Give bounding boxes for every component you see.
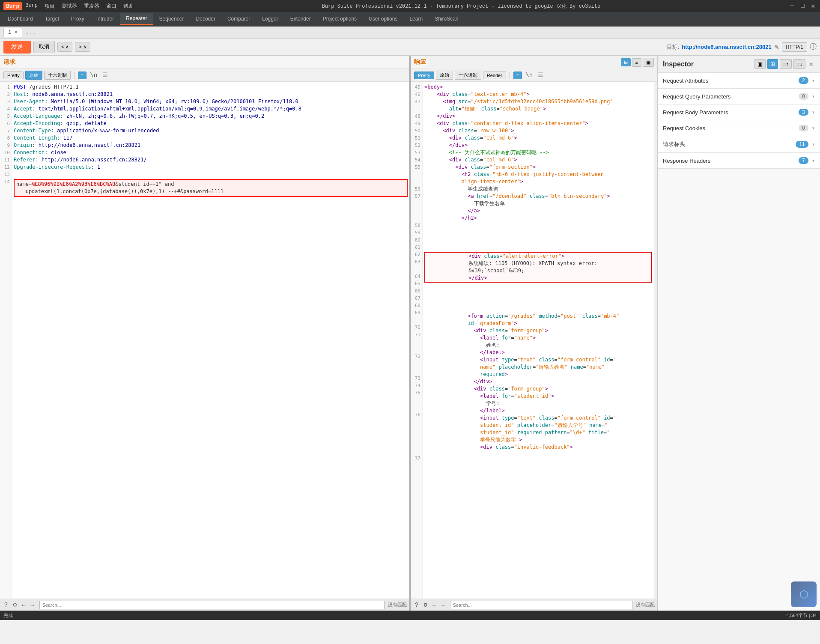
response-no-match-label: 没有匹配 xyxy=(636,602,655,608)
request-code-content[interactable]: POST /grades HTTP/1.1 Host: node6.anna.n… xyxy=(12,82,409,599)
req-line-14: name=%E8%96%9B%E6%A2%93%E6%BC%AB&student… xyxy=(14,179,408,197)
resp-line-67 xyxy=(424,298,652,305)
inspector-title: Inspector xyxy=(663,60,694,68)
cancel-button[interactable]: 取消 xyxy=(33,41,55,53)
response-code-area[interactable]: 454647 48495051 52535455 5657 58 5960616… xyxy=(411,82,657,599)
inspector-close-btn[interactable]: ✕ xyxy=(807,60,815,69)
tab-user-options[interactable]: User options xyxy=(363,13,403,24)
tab-intruder[interactable]: Intruder xyxy=(90,13,120,24)
help-icon[interactable]: ⓘ xyxy=(810,42,817,51)
inspector-row-request-attributes[interactable]: Request Attributes 2 ▾ xyxy=(658,73,820,89)
subtab-1[interactable]: 1 × xyxy=(3,28,22,37)
response-search-input[interactable] xyxy=(450,601,632,609)
inspector-view-btn-1[interactable]: ▣ xyxy=(754,59,766,69)
resp-nav-back-icon[interactable]: ← xyxy=(431,601,438,609)
resp-line-65 xyxy=(424,283,652,291)
req-nav-forward-icon[interactable]: → xyxy=(29,601,36,609)
req-hex-btn[interactable]: 十六进制 xyxy=(44,71,71,80)
resp-line-53: <!-- 为什么不试试神奇的万能密码呢 --> xyxy=(424,149,652,156)
inspector-row-response-headers[interactable]: Response Headers 7 ▾ xyxy=(658,153,820,169)
resp-line-69: <form action="/grades" method="post" cla… xyxy=(424,313,652,320)
inspector-view-btn-2[interactable]: ⊞ xyxy=(767,59,778,69)
burp-logo-badge: ⬡ xyxy=(791,581,817,607)
chevron-icon-2: ▾ xyxy=(812,109,815,116)
req-nav-gear-icon[interactable]: ⚙ xyxy=(11,600,18,609)
resp-line-72: <input type="text" class="form-control" … xyxy=(424,356,652,364)
resp-line-66 xyxy=(424,291,652,298)
tab-dashboard[interactable]: Dashboard xyxy=(2,13,39,24)
inspector-row-request-headers[interactable]: 请求标头 11 ▾ xyxy=(658,136,820,153)
tab-logger[interactable]: Logger xyxy=(256,13,284,24)
resp-line-69b: id="gradesForm"> xyxy=(424,320,652,327)
tab-sequencer[interactable]: Sequencer xyxy=(153,13,190,24)
resp-view-list-btn[interactable]: ≡ xyxy=(632,58,641,67)
inspector-row-cookies[interactable]: Request Cookies 0 ▾ xyxy=(658,120,820,136)
tab-project-options[interactable]: Project options xyxy=(317,13,363,24)
close-button[interactable]: ✕ xyxy=(810,3,817,10)
chevron-icon-0: ▾ xyxy=(812,78,815,84)
req-nav-back-icon[interactable]: ← xyxy=(20,601,27,609)
resp-format-icon-1[interactable]: ≡ xyxy=(513,72,522,79)
resp-format-icon-3[interactable]: ☰ xyxy=(536,71,545,79)
menu-tester[interactable]: 测试器 xyxy=(62,3,77,10)
menu-project[interactable]: 项目 xyxy=(45,3,55,10)
resp-render-btn[interactable]: Render xyxy=(483,72,506,79)
req-raw-btn[interactable]: 原始 xyxy=(25,71,42,80)
tab-learn[interactable]: Learn xyxy=(403,13,429,24)
http-version-badge[interactable]: HTTP/1 xyxy=(782,42,807,52)
response-error-box: <div class="alert alert-error"> 系统错误: 11… xyxy=(424,252,652,283)
subtab-more[interactable]: ... xyxy=(22,28,40,37)
req-format-icon-3[interactable]: ☰ xyxy=(101,71,110,79)
tab-extender[interactable]: Extender xyxy=(284,13,317,24)
resp-view-detail-btn[interactable]: ▣ xyxy=(643,58,654,67)
req-format-icon-1[interactable]: ≡ xyxy=(78,72,87,79)
resp-line-57b: 下载学生名单 xyxy=(424,200,652,207)
resp-nav-gear-icon[interactable]: ⚙ xyxy=(422,600,429,609)
response-scrollbar[interactable] xyxy=(654,82,657,599)
req-pretty-btn[interactable]: Pretty xyxy=(3,72,24,79)
tab-comparer[interactable]: Comparer xyxy=(221,13,256,24)
req-format-icon-2[interactable]: \n xyxy=(88,72,99,79)
menu-help[interactable]: 帮助 xyxy=(123,3,134,10)
maximize-button[interactable]: □ xyxy=(799,3,806,10)
tab-proxy[interactable]: Proxy xyxy=(65,13,90,24)
req-nav-question-icon[interactable]: ? xyxy=(3,601,9,609)
minimize-button[interactable]: ─ xyxy=(789,3,796,10)
resp-line-51: <div class="col-md-6"> xyxy=(424,134,652,142)
response-code-content[interactable]: <body> <div class="text-center mb-4"> <i… xyxy=(423,82,654,599)
edit-target-icon[interactable]: ✎ xyxy=(774,44,779,51)
req-line-4: Accept: text/html,application/xhtml+xml,… xyxy=(14,105,408,113)
request-panel: 请求 Pretty 原始 十六进制 ≡ \n ☰ 1234 5678 91011… xyxy=(0,56,411,611)
resp-line-74: <div class="form-group"> xyxy=(424,385,652,393)
inspector-label-query-params: Request Query Parameters xyxy=(663,93,731,100)
resp-nav-question-icon[interactable]: ? xyxy=(413,601,420,609)
nav-next-button[interactable]: > ∧ xyxy=(75,42,90,52)
tab-decoder[interactable]: Decoder xyxy=(190,13,221,24)
request-bottom-nav: ? ⚙ ← → 没有匹配 xyxy=(0,599,409,611)
resp-format-icon-2[interactable]: \n xyxy=(524,72,534,79)
resp-nav-forward-icon[interactable]: → xyxy=(439,601,446,609)
menu-window[interactable]: 窗口 xyxy=(106,3,116,10)
inspector-row-query-params[interactable]: Request Query Parameters 0 ▾ xyxy=(658,89,820,104)
resp-pretty-btn[interactable]: Pretty xyxy=(414,72,434,79)
send-button[interactable]: 发送 xyxy=(3,41,31,54)
titlebar: Burp Burp 项目 测试器 重发器 窗口 帮助 Burp Suite Pr… xyxy=(0,0,820,12)
tab-target[interactable]: Target xyxy=(39,13,65,24)
request-code-area[interactable]: 1234 5678 9101112 1314 POST /grades HTTP… xyxy=(0,82,409,599)
inspector-sort-btn-1[interactable]: ≡↑ xyxy=(780,59,792,69)
resp-raw-btn[interactable]: 原始 xyxy=(436,71,453,80)
resp-hex-btn[interactable]: 十六进制 xyxy=(455,71,481,80)
inspector-right-3: 0 ▾ xyxy=(799,125,815,131)
menu-repeater[interactable]: 重发器 xyxy=(84,3,99,10)
inspector-label-body-params: Request Body Parameters xyxy=(663,109,728,116)
status-bytes: 4,564字节 | 34 xyxy=(786,612,817,619)
inspector-row-body-params[interactable]: Request Body Parameters 3 ▾ xyxy=(658,104,820,120)
nav-prev-button[interactable]: < ∨ xyxy=(57,42,72,52)
resp-view-grid-btn[interactable]: ⊞ xyxy=(621,58,631,66)
inspector-count-5: 7 xyxy=(799,157,808,164)
tab-shiroscan[interactable]: ShiroScan xyxy=(429,13,464,24)
tab-repeater[interactable]: Repeater xyxy=(120,13,153,25)
menu-burp[interactable]: Burp xyxy=(25,3,38,10)
request-search-input[interactable] xyxy=(39,601,385,609)
inspector-sort-btn-2[interactable]: ≡↓ xyxy=(793,59,805,69)
